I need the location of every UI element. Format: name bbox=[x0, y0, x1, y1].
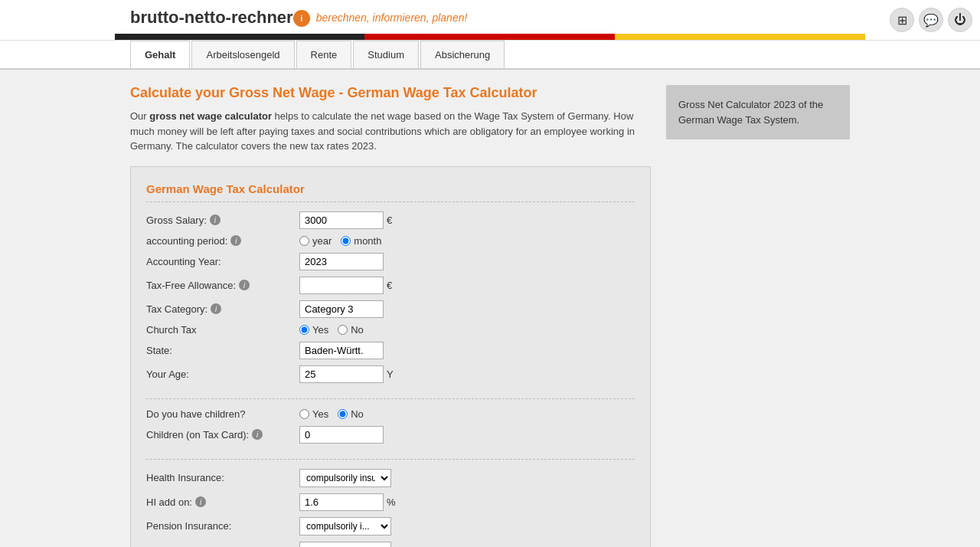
calc-title: German Wage Tax Calculator bbox=[146, 182, 635, 202]
children-no-radio[interactable] bbox=[338, 409, 348, 419]
logo-tagline: berechnen, informieren, planen! bbox=[316, 11, 468, 24]
period-month-label[interactable]: month bbox=[341, 235, 381, 247]
logo-text: brutto-netto-rechneri bbox=[130, 8, 310, 28]
nav-tab-studium[interactable]: Studium bbox=[353, 41, 419, 68]
children-label: Do you have children? bbox=[146, 408, 299, 420]
age-row: Your Age: Y bbox=[146, 365, 635, 383]
tax-free-allowance-row: Tax-Free Allowance: i € bbox=[146, 277, 635, 294]
top-bar: ⊞ 💬 ⏻ bbox=[890, 8, 972, 32]
period-month-radio[interactable] bbox=[341, 236, 351, 246]
tax-category-input[interactable] bbox=[299, 300, 384, 318]
power-icon[interactable]: ⏻ bbox=[948, 8, 972, 32]
children-section: Do you have children? Yes No bbox=[146, 408, 635, 460]
page-title: Calculate your Gross Net Wage - German W… bbox=[130, 85, 651, 101]
gross-salary-row: Gross Salary: i € bbox=[146, 211, 635, 229]
gross-salary-info-icon[interactable]: i bbox=[210, 215, 220, 225]
nav-bar: Gehalt Arbeitslosengeld Rente Studium Ab… bbox=[0, 41, 980, 70]
flag-bar bbox=[115, 34, 865, 40]
state-label: State: bbox=[146, 345, 299, 356]
salary-section: Gross Salary: i € accounting period: i bbox=[146, 211, 635, 399]
pension-insurance-label: Pension Insurance: bbox=[146, 520, 299, 532]
children-tax-card-info-icon[interactable]: i bbox=[252, 429, 263, 440]
children-radio-group: Yes No bbox=[299, 408, 364, 420]
hi-addon-label: HI add on: i bbox=[146, 496, 299, 508]
period-year-label[interactable]: year bbox=[299, 235, 332, 247]
state-input[interactable] bbox=[299, 342, 384, 359]
nav-tab-absicherung[interactable]: Absicherung bbox=[420, 41, 505, 68]
children-tax-card-input[interactable] bbox=[299, 426, 384, 444]
gross-salary-label: Gross Salary: i bbox=[146, 215, 299, 226]
accounting-year-input[interactable] bbox=[299, 253, 384, 270]
children-no-label[interactable]: No bbox=[338, 408, 364, 420]
nav-inner: Gehalt Arbeitslosengeld Rente Studium Ab… bbox=[115, 41, 865, 68]
state-row: State: bbox=[146, 342, 635, 359]
accounting-period-info-icon[interactable]: i bbox=[230, 235, 241, 246]
accounting-period-label: accounting period: i bbox=[146, 235, 299, 247]
church-tax-row: Church Tax Yes No bbox=[146, 324, 635, 336]
hi-addon-row: HI add on: i % bbox=[146, 493, 635, 511]
children-tax-card-row: Children (on Tax Card): i bbox=[146, 426, 635, 444]
nav-tab-rente[interactable]: Rente bbox=[296, 41, 352, 68]
tax-free-allowance-label: Tax-Free Allowance: i bbox=[146, 280, 299, 291]
church-tax-label: Church Tax bbox=[146, 324, 299, 336]
age-label: Your Age: bbox=[146, 368, 299, 380]
church-tax-radio-group: Yes No bbox=[299, 324, 364, 336]
accounting-year-row: Accounting Year: bbox=[146, 253, 635, 270]
period-radio-group: year month bbox=[299, 235, 381, 247]
church-tax-no-label[interactable]: No bbox=[338, 324, 364, 336]
tax-category-label: Tax Category: i bbox=[146, 303, 299, 315]
period-year-radio[interactable] bbox=[299, 236, 309, 246]
accounting-year-label: Accounting Year: bbox=[146, 256, 299, 267]
accounting-period-row: accounting period: i year month bbox=[146, 235, 635, 247]
flag-bar-wrapper bbox=[0, 34, 980, 40]
church-tax-yes-radio[interactable] bbox=[299, 325, 309, 335]
info-box-text: Gross Net Calculator 2023 of the German … bbox=[678, 99, 823, 126]
gross-salary-currency: € bbox=[387, 215, 392, 226]
unemployment-insurance-select[interactable]: compulsorily i... voluntarily bbox=[299, 542, 391, 548]
age-input[interactable] bbox=[299, 365, 384, 383]
health-insurance-label: Health Insurance: bbox=[146, 472, 299, 483]
chat-icon[interactable]: 💬 bbox=[919, 8, 943, 32]
children-yes-radio[interactable] bbox=[299, 409, 309, 419]
nav-tab-arbeitslosengeld[interactable]: Arbeitslosengeld bbox=[191, 41, 294, 68]
children-tax-card-label: Children (on Tax Card): i bbox=[146, 429, 299, 441]
age-unit: Y bbox=[387, 368, 394, 380]
logo-info-badge: i bbox=[293, 10, 310, 27]
church-tax-yes-label[interactable]: Yes bbox=[299, 324, 328, 336]
gross-salary-input[interactable] bbox=[299, 211, 384, 229]
tax-free-currency: € bbox=[387, 280, 392, 291]
info-box: Gross Net Calculator 2023 of the German … bbox=[666, 85, 850, 139]
page-desc: Our gross net wage calculator helps to c… bbox=[130, 109, 651, 154]
tax-category-info-icon[interactable]: i bbox=[211, 303, 221, 314]
calculator-box: German Wage Tax Calculator Gross Salary:… bbox=[130, 166, 651, 548]
tax-category-row: Tax Category: i bbox=[146, 300, 635, 318]
header: brutto-netto-rechneri berechnen, informi… bbox=[0, 0, 980, 41]
unemployment-insurance-row: Unemployment Insurance: compulsorily i..… bbox=[146, 542, 635, 548]
health-insurance-row: Health Insurance: compulsorily insurec p… bbox=[146, 469, 635, 487]
church-tax-no-radio[interactable] bbox=[338, 325, 348, 335]
nav-tab-gehalt[interactable]: Gehalt bbox=[130, 41, 190, 68]
pension-insurance-select[interactable]: compulsorily i... voluntarily bbox=[299, 517, 391, 536]
hi-addon-input[interactable] bbox=[299, 493, 384, 511]
main-content: Calculate your Gross Net Wage - German W… bbox=[115, 70, 865, 547]
hi-addon-info-icon[interactable]: i bbox=[195, 496, 206, 507]
pension-insurance-row: Pension Insurance: compulsorily i... vol… bbox=[146, 517, 635, 536]
logo-area: brutto-netto-rechneri berechnen, informi… bbox=[130, 8, 850, 28]
tax-free-allowance-input[interactable] bbox=[299, 277, 384, 294]
tax-free-allowance-info-icon[interactable]: i bbox=[239, 280, 250, 290]
hi-addon-percent: % bbox=[387, 496, 396, 508]
grid-icon[interactable]: ⊞ bbox=[890, 8, 914, 32]
insurance-section: Health Insurance: compulsorily insurec p… bbox=[146, 469, 635, 548]
right-column: Gross Net Calculator 2023 of the German … bbox=[666, 85, 850, 547]
health-insurance-select[interactable]: compulsorily insurec privately insured bbox=[299, 469, 391, 487]
children-row: Do you have children? Yes No bbox=[146, 408, 635, 420]
left-column: Calculate your Gross Net Wage - German W… bbox=[130, 85, 651, 547]
children-yes-label[interactable]: Yes bbox=[299, 408, 328, 420]
